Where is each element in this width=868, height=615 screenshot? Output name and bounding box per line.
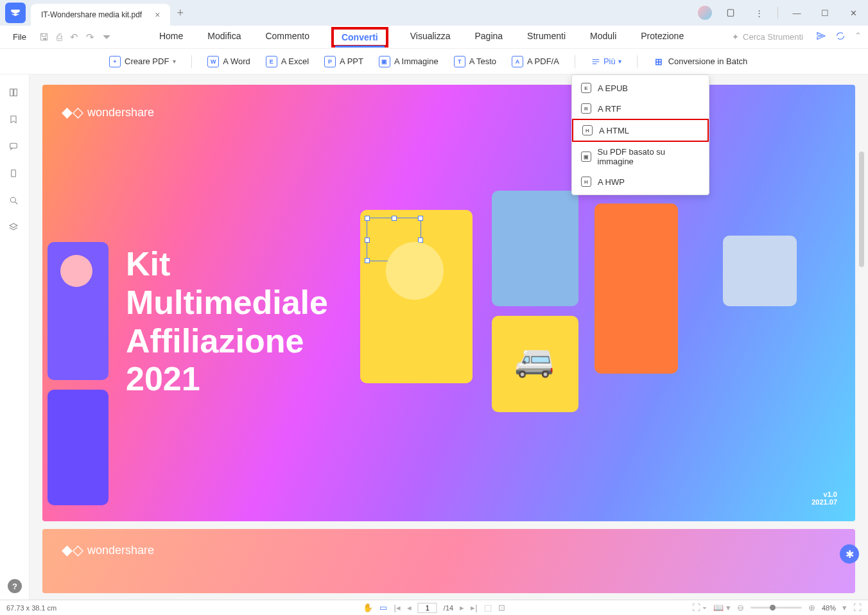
hand-tool-icon[interactable]: ✋ — [363, 603, 373, 612]
pdf-page-2: ◆◇ wondershare — [42, 529, 855, 593]
to-excel-button[interactable]: EA Excel — [266, 56, 309, 67]
print-icon[interactable]: ⎙ — [56, 31, 62, 43]
tab-moduli[interactable]: Moduli — [587, 27, 619, 48]
undo-icon[interactable]: ↶ — [70, 31, 78, 43]
minimize-button[interactable]: — — [787, 3, 806, 22]
new-tab-button[interactable]: + — [177, 6, 184, 20]
prev-page-icon[interactable]: ◂ — [407, 603, 412, 612]
svg-rect-7 — [11, 170, 15, 177]
tab-converti[interactable]: Converti — [331, 27, 388, 48]
tab-strumenti[interactable]: Strumenti — [525, 27, 568, 48]
thumbnails-icon[interactable] — [8, 87, 21, 100]
next-page-icon[interactable]: ▸ — [460, 603, 464, 612]
svg-rect-5 — [13, 89, 17, 96]
page-dimensions: 67.73 x 38.1 cm — [6, 604, 56, 612]
send-icon[interactable] — [816, 31, 826, 43]
html-icon: H — [582, 125, 593, 135]
notes-icon[interactable] — [721, 3, 740, 22]
page-number-input[interactable] — [418, 603, 437, 613]
sync-icon[interactable] — [835, 31, 846, 43]
photo-card — [48, 390, 108, 505]
create-pdf-icon: + — [109, 56, 121, 67]
quick-access-toolbar: 🖫 ⎙ ↶ ↷ ⏷ — [39, 31, 112, 43]
chevron-down-icon[interactable]: ▾ — [842, 603, 847, 612]
fit-width-icon[interactable]: ⬚ — [484, 603, 492, 612]
file-menu[interactable]: File — [6, 28, 33, 46]
page-title: Kit Multimediale Affiliazione 2021 — [126, 245, 328, 399]
read-mode-icon[interactable]: 📖 ▾ — [713, 603, 731, 612]
epub-icon: E — [581, 83, 591, 93]
more-button[interactable]: Più ▾ — [591, 56, 621, 67]
version-label: v1.0 2021.07 — [812, 490, 837, 506]
assistant-button[interactable]: ✱ — [840, 544, 859, 564]
first-page-icon[interactable]: |◂ — [394, 603, 400, 612]
to-image-pdf-item[interactable]: ▣Su PDF basato su immagine — [572, 142, 709, 171]
rtf-icon: R — [581, 103, 591, 114]
user-avatar[interactable] — [698, 6, 712, 20]
svg-rect-6 — [10, 143, 17, 148]
chevron-up-icon[interactable]: ⌃ — [855, 31, 862, 43]
image-icon: ▣ — [379, 56, 390, 67]
text-icon: T — [454, 56, 465, 67]
close-tab-icon[interactable]: × — [155, 10, 160, 20]
to-rtf-item[interactable]: RA RTF — [572, 98, 709, 119]
zoom-out-icon[interactable]: ⊖ — [737, 603, 744, 612]
photo-card — [492, 191, 578, 306]
main-area: W ◆◇ wondershare Kit Multimediale Affili… — [0, 74, 868, 600]
app-logo[interactable] — [5, 3, 26, 23]
batch-conversion-button[interactable]: ⊞ Conversione in Batch — [653, 56, 748, 67]
bookmark-icon[interactable] — [8, 114, 21, 127]
statusbar: 67.73 x 38.1 cm ✋ ▭ |◂ ◂ /14 ▸ ▸| ⬚ ⊡ ⛶ … — [0, 600, 868, 615]
help-button[interactable]: ? — [8, 579, 22, 593]
scrollbar[interactable] — [859, 152, 864, 267]
photo-card — [595, 204, 678, 374]
kebab-menu-icon[interactable]: ⋮ — [749, 3, 768, 22]
save-icon[interactable]: 🖫 — [39, 31, 49, 43]
to-text-button[interactable]: TA Testo — [454, 56, 496, 67]
more-dropdown: EA EPUB RA RTF HA HTML ▣Su PDF basato su… — [571, 74, 709, 195]
qat-chevron-icon[interactable]: ⏷ — [102, 31, 112, 43]
redo-icon[interactable]: ↷ — [86, 31, 94, 43]
fullscreen-icon[interactable]: ⛶ — [853, 603, 862, 612]
fit-page-icon[interactable]: ⊡ — [498, 603, 505, 612]
tab-visualizza[interactable]: Visualizza — [408, 27, 453, 48]
tab-pagina[interactable]: Pagina — [473, 27, 506, 48]
layers-icon[interactable] — [8, 222, 21, 235]
svg-point-8 — [10, 197, 15, 202]
to-epub-item[interactable]: EA EPUB — [572, 78, 709, 98]
tab-home[interactable]: Home — [157, 27, 186, 48]
to-word-button[interactable]: WA Word — [207, 56, 250, 67]
select-tool-icon[interactable]: ▭ — [379, 603, 387, 612]
maximize-button[interactable]: ☐ — [815, 3, 835, 22]
to-image-button[interactable]: ▣A Immagine — [379, 56, 438, 67]
close-window-button[interactable]: ✕ — [844, 3, 863, 22]
attachment-icon[interactable] — [8, 168, 21, 181]
view-mode-icon[interactable]: ⛶ ▾ — [692, 603, 707, 612]
last-page-icon[interactable]: ▸| — [471, 603, 477, 612]
photo-card — [48, 242, 108, 380]
to-ppt-button[interactable]: PA PPT — [324, 56, 363, 67]
zoom-value[interactable]: 48% — [822, 604, 836, 612]
document-tab[interactable]: IT-Wondershare media kit.pdf × — [31, 4, 170, 26]
svg-line-9 — [15, 202, 17, 204]
word-icon: W — [207, 56, 219, 67]
menubar: File 🖫 ⎙ ↶ ↷ ⏷ Home Modifica Commento Co… — [0, 26, 868, 49]
photo-card-selected[interactable] — [360, 210, 473, 383]
convert-toolbar: + Creare PDF ▾ WA Word EA Excel PA PPT ▣… — [0, 49, 868, 74]
ppt-icon: P — [324, 56, 336, 67]
zoom-slider[interactable] — [751, 607, 802, 609]
search-tools[interactable]: ✦ Cerca Strumenti — [732, 32, 803, 42]
zoom-in-icon[interactable]: ⊕ — [808, 603, 815, 612]
tab-commento[interactable]: Commento — [263, 27, 311, 48]
comment-icon[interactable] — [8, 141, 21, 154]
search-icon[interactable] — [8, 195, 21, 208]
photo-card — [723, 236, 797, 306]
create-pdf-button[interactable]: + Creare PDF ▾ — [109, 56, 176, 67]
tab-protezione[interactable]: Protezione — [638, 27, 686, 48]
document-viewport[interactable]: W ◆◇ wondershare Kit Multimediale Affili… — [30, 74, 868, 600]
svg-rect-0 — [727, 10, 733, 17]
tab-modifica[interactable]: Modifica — [205, 27, 243, 48]
to-hwp-item[interactable]: HA HWP — [572, 171, 709, 192]
to-pdfa-button[interactable]: AA PDF/A — [512, 56, 559, 67]
to-html-item[interactable]: HA HTML — [572, 119, 709, 142]
